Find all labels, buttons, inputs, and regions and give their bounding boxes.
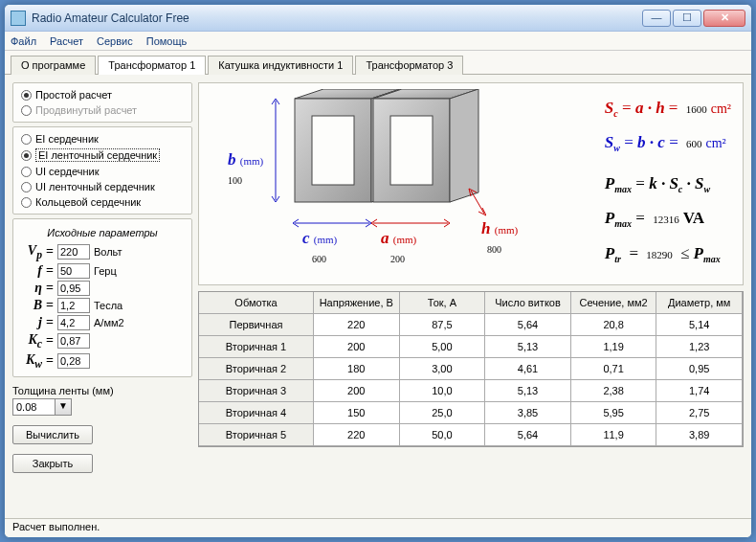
tape-thickness-input[interactable] <box>12 398 55 416</box>
maximize-button[interactable]: ☐ <box>673 10 701 27</box>
table-cell: 220 <box>314 314 400 336</box>
radio-ei[interactable]: EI сердечник <box>21 131 184 147</box>
table-cell: 220 <box>314 424 400 446</box>
table-header: Сечение, мм2 <box>571 292 657 314</box>
table-header: Число витков <box>485 292 571 314</box>
tab-about[interactable]: О программе <box>11 56 96 75</box>
f-input[interactable] <box>57 263 90 279</box>
table-cell: 0,95 <box>656 358 743 380</box>
param-kw: Kw= <box>21 351 184 372</box>
svg-line-11 <box>471 191 484 214</box>
app-icon <box>11 11 26 26</box>
params-group: Исходные параметры Vp=Вольт f=Герц η= B=… <box>12 218 192 377</box>
table-header: Напряжение, В <box>314 292 400 314</box>
core-group: EI сердечник EI ленточный сердечник UI с… <box>12 126 192 215</box>
table-cell: 5,64 <box>485 314 571 336</box>
titlebar[interactable]: Radio Amateur Calculator Free — ☐ ✕ <box>5 5 751 32</box>
param-eta: η= <box>21 280 184 297</box>
dim-c: c (mm)600 <box>302 229 337 267</box>
table-cell: 5,00 <box>400 336 486 358</box>
kc-input[interactable] <box>57 333 90 349</box>
table-cell: 180 <box>314 358 400 380</box>
table-cell: 5,95 <box>571 402 657 424</box>
dim-b: b (mm)100 <box>228 150 263 189</box>
radio-advanced: Продвинутый расчет <box>21 102 184 118</box>
close-button[interactable]: ✕ <box>703 10 745 27</box>
tape-thickness-block: Толщина ленты (мм) ▼ <box>12 381 192 416</box>
radio-ei-tape[interactable]: EI ленточный сердечник <box>21 147 184 164</box>
table-row-name: Первичная <box>199 314 314 336</box>
menubar: Файл Расчет Сервис Помощь <box>5 32 751 51</box>
statusbar: Расчет выполнен. <box>5 518 751 537</box>
tab-transformer3[interactable]: Трансформатор 3 <box>355 56 463 75</box>
menu-calc[interactable]: Расчет <box>50 35 83 47</box>
menu-file[interactable]: Файл <box>11 35 36 47</box>
kw-input[interactable] <box>57 353 90 369</box>
b-input[interactable] <box>57 298 90 313</box>
diagram-panel: b (mm)100 c (mm)600 a (mm)200 h (mm)800 … <box>198 82 744 285</box>
radio-ring[interactable]: Кольцевой сердечник <box>21 194 184 210</box>
table-cell: 3,85 <box>485 402 571 424</box>
table-cell: 5,13 <box>485 380 571 402</box>
j-input[interactable] <box>57 315 90 330</box>
table-cell: 5,64 <box>485 424 571 446</box>
radio-simple[interactable]: Простой расчет <box>21 87 184 102</box>
table-cell: 0,71 <box>571 358 657 380</box>
table-row-name: Вторичная 3 <box>199 380 314 402</box>
table-cell: 87,5 <box>400 314 486 336</box>
table-cell: 2,75 <box>656 402 743 424</box>
minimize-button[interactable]: — <box>642 10 671 27</box>
tab-coil1[interactable]: Катушка индуктивности 1 <box>208 56 353 75</box>
table-cell: 200 <box>314 380 400 402</box>
vp-input[interactable] <box>57 244 90 260</box>
dim-h: h (mm)800 <box>481 219 518 258</box>
table-cell: 3,00 <box>400 358 486 380</box>
sidebar: Простой расчет Продвинутый расчет EI сер… <box>12 82 192 517</box>
tape-thickness-dropdown-button[interactable]: ▼ <box>55 398 72 416</box>
calc-type-group: Простой расчет Продвинутый расчет <box>12 82 192 123</box>
menu-service[interactable]: Сервис <box>97 35 133 47</box>
param-kc: Kc= <box>21 331 184 351</box>
table-row-name: Вторичная 1 <box>199 336 314 358</box>
param-vp: Vp=Вольт <box>21 242 184 262</box>
close-panel-button[interactable]: Закрыть <box>12 454 93 473</box>
core-diagram <box>237 89 486 252</box>
eta-input[interactable] <box>57 281 90 296</box>
content: Простой расчет Продвинутый расчет EI сер… <box>5 75 751 525</box>
table-cell: 1,23 <box>656 336 743 358</box>
dim-a: a (mm)200 <box>381 229 416 267</box>
svg-rect-2 <box>312 116 354 185</box>
table-cell: 150 <box>314 402 400 424</box>
radio-ui-tape[interactable]: UI ленточный сердечник <box>21 179 184 194</box>
table-cell: 200 <box>314 336 400 358</box>
tape-thickness-label: Толщина ленты (мм) <box>12 385 192 396</box>
calculate-button[interactable]: Вычислить <box>12 425 93 444</box>
table-cell: 25,0 <box>400 402 486 424</box>
table-cell: 10,0 <box>400 380 486 402</box>
params-title: Исходные параметры <box>21 225 184 242</box>
table-cell: 50,0 <box>400 424 486 446</box>
table-cell: 1,74 <box>656 380 743 402</box>
menu-help[interactable]: Помощь <box>146 35 188 47</box>
table-header: Диаметр, мм <box>656 292 743 314</box>
table-header: Обмотка <box>199 292 314 314</box>
window-title: Radio Amateur Calculator Free <box>32 11 189 25</box>
table-row-name: Вторичная 2 <box>199 358 314 380</box>
table-cell: 2,38 <box>571 380 657 402</box>
table-cell: 5,13 <box>485 336 571 358</box>
app-window: Radio Amateur Calculator Free — ☐ ✕ Файл… <box>4 4 752 538</box>
radio-ui[interactable]: UI сердечник <box>21 164 184 179</box>
table-header: Ток, А <box>400 292 486 314</box>
table-cell: 11,9 <box>571 424 657 446</box>
table-row-name: Вторичная 4 <box>199 402 314 424</box>
table-cell: 4,61 <box>485 358 571 380</box>
tabbar: О программе Трансформатор 1 Катушка инду… <box>5 51 751 75</box>
param-f: f=Герц <box>21 262 184 280</box>
table-cell: 3,89 <box>656 424 743 446</box>
formulas: Sc = a · h = 1600cm² Sw = b · c = 600cm²… <box>605 93 731 275</box>
tab-transformer1[interactable]: Трансформатор 1 <box>98 56 206 75</box>
table-cell: 5,14 <box>656 314 743 336</box>
tape-thickness-combo[interactable]: ▼ <box>12 398 72 416</box>
table-cell: 20,8 <box>571 314 657 336</box>
svg-rect-6 <box>390 116 433 185</box>
